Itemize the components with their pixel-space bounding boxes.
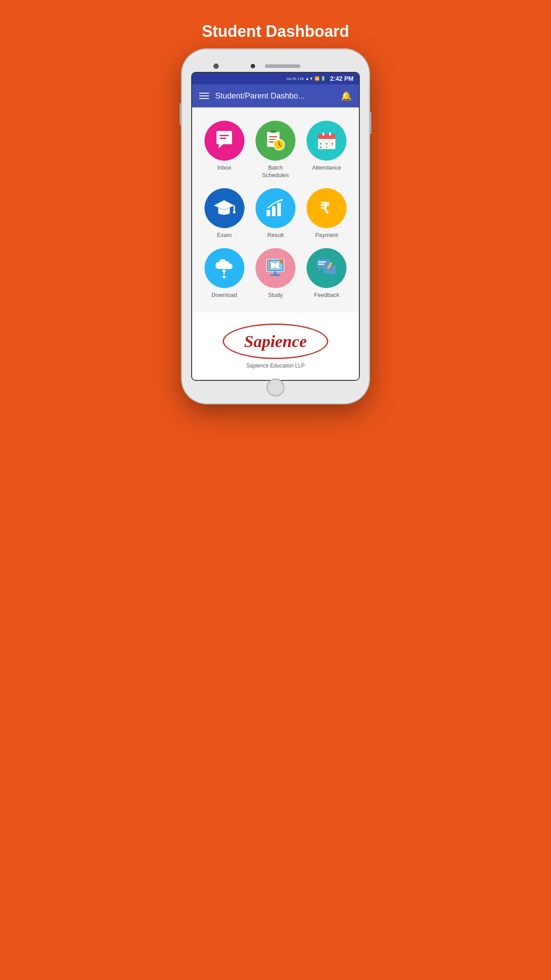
header-title: Student/Parent Dashbo... xyxy=(215,91,335,101)
bell-icon[interactable]: 🔔 xyxy=(341,91,352,101)
study-icon xyxy=(256,248,295,288)
payment-item[interactable]: ₹ Payment xyxy=(303,188,350,239)
download-icon xyxy=(205,248,244,288)
svg-marker-50 xyxy=(331,273,334,276)
volume-button xyxy=(180,103,181,125)
svg-point-29 xyxy=(233,211,236,213)
menu-icon[interactable] xyxy=(199,93,209,99)
lte-icon: LTE xyxy=(298,77,304,81)
svg-rect-15 xyxy=(318,137,335,139)
svg-point-24 xyxy=(331,143,333,145)
volte-icon: VoLTE xyxy=(286,77,296,81)
attendance-icon xyxy=(307,121,346,161)
svg-text:₹: ₹ xyxy=(320,200,330,217)
svg-rect-32 xyxy=(277,203,281,216)
result-icon xyxy=(256,188,295,228)
batch-schedules-item[interactable]: ✓ ✓ ✗ BatchSchedules xyxy=(252,121,299,179)
signal-icon: ▲▼ xyxy=(305,76,313,81)
attendance-label: Attendance xyxy=(312,164,341,172)
sensor-icon xyxy=(251,64,255,68)
feedback-icon xyxy=(307,248,346,288)
exam-item[interactable]: Exam xyxy=(201,188,248,239)
svg-point-22 xyxy=(320,143,322,145)
logo-area: Sapience Sapience Education LLP xyxy=(192,312,359,380)
dashboard-grid: Inbox xyxy=(197,116,354,304)
payment-label: Payment xyxy=(315,232,338,239)
front-camera-icon xyxy=(213,63,219,69)
exam-label: Exam xyxy=(217,232,232,239)
inbox-label: Inbox xyxy=(217,164,232,172)
result-label: Result xyxy=(268,232,284,239)
result-item[interactable]: Result xyxy=(252,188,299,239)
home-button[interactable] xyxy=(267,379,284,396)
svg-rect-31 xyxy=(272,206,276,216)
svg-point-26 xyxy=(326,146,327,148)
power-button xyxy=(370,112,371,134)
wifi-icon: 📶 xyxy=(315,76,319,81)
svg-rect-42 xyxy=(274,272,276,274)
svg-marker-38 xyxy=(222,277,226,279)
phone-top xyxy=(191,59,360,72)
logo-tagline: Sapience Education LLP xyxy=(203,363,348,369)
attendance-item[interactable]: Attendance xyxy=(303,121,350,179)
logo-brand: Sapience xyxy=(244,332,307,351)
svg-rect-16 xyxy=(323,132,324,136)
feedback-label: Feedback xyxy=(314,292,339,299)
svg-rect-1 xyxy=(220,138,226,139)
inbox-item[interactable]: Inbox xyxy=(201,121,248,179)
page-title: Student Dashboard xyxy=(0,9,551,50)
svg-point-23 xyxy=(326,143,327,145)
phone-screen: VoLTE LTE ▲▼ 📶 🔋 2:42 PM Student/Parent … xyxy=(191,72,360,381)
svg-rect-0 xyxy=(220,135,229,136)
batch-schedules-label: BatchSchedules xyxy=(262,164,289,179)
study-label: Study xyxy=(268,292,283,299)
hamburger-line xyxy=(199,98,209,99)
payment-icon: ₹ xyxy=(307,188,346,228)
hamburger-line xyxy=(199,95,209,96)
status-icons: VoLTE LTE ▲▼ 📶 🔋 xyxy=(286,76,326,81)
svg-rect-17 xyxy=(329,132,331,136)
svg-rect-48 xyxy=(318,264,324,265)
hamburger-line xyxy=(199,93,209,94)
svg-marker-27 xyxy=(214,200,234,210)
svg-text:✗: ✗ xyxy=(268,141,269,143)
svg-rect-43 xyxy=(270,274,280,276)
svg-marker-36 xyxy=(222,269,226,272)
svg-marker-46 xyxy=(319,268,322,271)
svg-rect-30 xyxy=(267,210,270,216)
feedback-item[interactable]: Feedback xyxy=(303,248,350,299)
phone-bottom xyxy=(191,381,360,394)
battery-icon: 🔋 xyxy=(321,76,326,81)
logo-container: Sapience xyxy=(223,324,328,359)
download-label: Download xyxy=(212,292,237,299)
exam-icon xyxy=(205,188,244,228)
download-item[interactable]: Download xyxy=(201,248,248,299)
logo-ellipse: Sapience xyxy=(223,324,328,359)
app-content: Inbox xyxy=(192,107,359,312)
status-time: 2:42 PM xyxy=(330,75,354,82)
status-bar: VoLTE LTE ▲▼ 📶 🔋 2:42 PM xyxy=(192,73,359,84)
study-item[interactable]: Study xyxy=(252,248,299,299)
app-header: Student/Parent Dashbo... 🔔 xyxy=(192,84,359,107)
phone-mockup: VoLTE LTE ▲▼ 📶 🔋 2:42 PM Student/Parent … xyxy=(182,50,369,403)
svg-point-25 xyxy=(320,146,322,148)
svg-rect-47 xyxy=(318,261,326,263)
svg-rect-44 xyxy=(269,260,270,271)
speaker-icon xyxy=(265,64,300,68)
svg-rect-3 xyxy=(270,130,276,133)
batch-schedules-icon: ✓ ✓ ✗ xyxy=(256,121,295,161)
inbox-icon xyxy=(205,121,244,161)
